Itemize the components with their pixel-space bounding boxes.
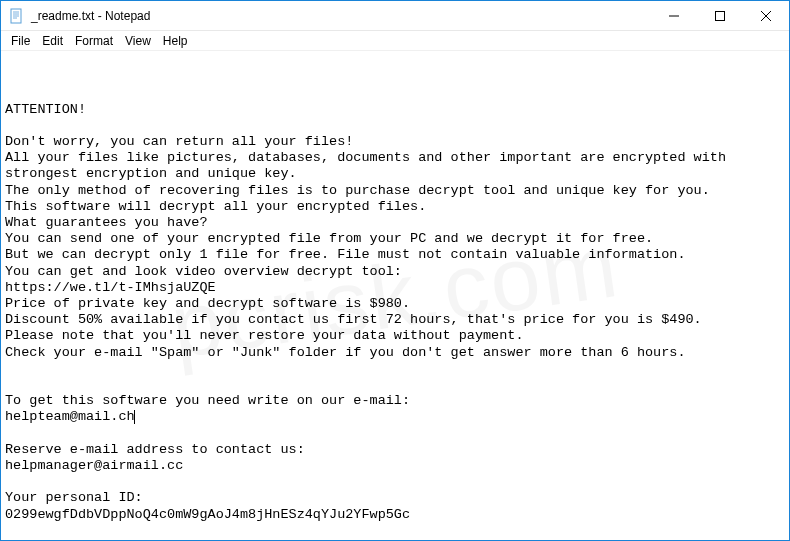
text-line: Your personal ID: bbox=[5, 490, 785, 506]
text-line: To get this software you need write on o… bbox=[5, 393, 785, 409]
text-line: Please note that you'll never restore yo… bbox=[5, 328, 785, 344]
menu-edit[interactable]: Edit bbox=[36, 32, 69, 50]
text-caret bbox=[134, 410, 135, 424]
text-line bbox=[5, 361, 785, 377]
titlebar: _readme.txt - Notepad bbox=[1, 1, 789, 31]
text-line bbox=[5, 377, 785, 393]
menu-help[interactable]: Help bbox=[157, 32, 194, 50]
text-line: 0299ewgfDdbVDppNoQ4c0mW9gAoJ4m8jHnESz4qY… bbox=[5, 507, 785, 523]
text-line: ATTENTION! bbox=[5, 102, 785, 118]
menubar: File Edit Format View Help bbox=[1, 31, 789, 51]
menu-format[interactable]: Format bbox=[69, 32, 119, 50]
window-controls bbox=[651, 1, 789, 30]
text-line: This software will decrypt all your encr… bbox=[5, 199, 785, 215]
text-line: Don't worry, you can return all your fil… bbox=[5, 134, 785, 150]
minimize-button[interactable] bbox=[651, 1, 697, 30]
text-line bbox=[5, 426, 785, 442]
text-line: Discount 50% available if you contact us… bbox=[5, 312, 785, 328]
text-line bbox=[5, 474, 785, 490]
menu-file[interactable]: File bbox=[5, 32, 36, 50]
text-line: You can send one of your encrypted file … bbox=[5, 231, 785, 247]
text-line: helpteam@mail.ch bbox=[5, 409, 785, 425]
text-line: But we can decrypt only 1 file for free.… bbox=[5, 247, 785, 263]
text-line: What guarantees you have? bbox=[5, 215, 785, 231]
text-line: You can get and look video overview decr… bbox=[5, 264, 785, 280]
text-area[interactable]: pcrisk.com ATTENTION! Don't worry, you c… bbox=[1, 51, 789, 540]
svg-rect-6 bbox=[716, 11, 725, 20]
window-title: _readme.txt - Notepad bbox=[31, 9, 651, 23]
maximize-button[interactable] bbox=[697, 1, 743, 30]
menu-view[interactable]: View bbox=[119, 32, 157, 50]
close-button[interactable] bbox=[743, 1, 789, 30]
text-line bbox=[5, 118, 785, 134]
text-line: https://we.tl/t-IMhsjaUZQE bbox=[5, 280, 785, 296]
text-line: Check your e-mail "Spam" or "Junk" folde… bbox=[5, 345, 785, 361]
text-line: Reserve e-mail address to contact us: bbox=[5, 442, 785, 458]
text-line: All your files like pictures, databases,… bbox=[5, 150, 785, 182]
text-line: Price of private key and decrypt softwar… bbox=[5, 296, 785, 312]
notepad-window: _readme.txt - Notepad File Edit Format V… bbox=[0, 0, 790, 541]
text-line: helpmanager@airmail.cc bbox=[5, 458, 785, 474]
notepad-icon bbox=[9, 8, 25, 24]
text-line: The only method of recovering files is t… bbox=[5, 183, 785, 199]
